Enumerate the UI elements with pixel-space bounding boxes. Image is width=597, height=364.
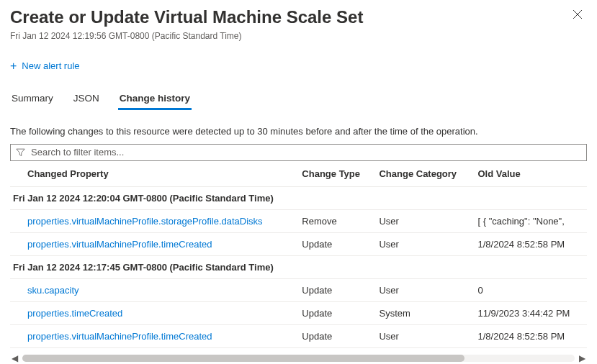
table-row: properties.virtualMachineProfile.timeCre… xyxy=(10,324,587,347)
new-alert-label: New alert rule xyxy=(22,60,79,71)
scroll-thumb[interactable] xyxy=(22,355,464,362)
scroll-track[interactable] xyxy=(22,355,575,362)
table-row: properties.timeCreatedUpdateSystem11/9/2… xyxy=(10,301,587,324)
old-value-cell: 0 xyxy=(472,278,587,301)
close-icon xyxy=(573,9,583,19)
col-old-value[interactable]: Old Value xyxy=(472,161,587,187)
tab-change-history[interactable]: Change history xyxy=(118,88,192,110)
old-value-cell: 1/8/2024 8:52:58 PM xyxy=(472,324,587,347)
property-link[interactable]: properties.virtualMachineProfile.timeCre… xyxy=(27,331,212,342)
col-changed-property[interactable]: Changed Property xyxy=(10,161,296,187)
change-type-cell: Update xyxy=(296,301,373,324)
property-link[interactable]: properties.virtualMachineProfile.timeCre… xyxy=(27,239,212,250)
new-alert-button[interactable]: + New alert rule xyxy=(10,60,80,72)
table-row: properties.virtualMachineProfile.timeCre… xyxy=(10,232,587,255)
change-type-cell: Update xyxy=(296,232,373,255)
change-category-cell: User xyxy=(373,278,472,301)
scroll-right-icon[interactable]: ▶ xyxy=(578,353,587,363)
old-value-cell: 11/9/2023 3:44:42 PM xyxy=(472,301,587,324)
change-type-cell: Update xyxy=(296,324,373,347)
page-title: Create or Update Virtual Machine Scale S… xyxy=(10,7,363,28)
change-category-cell: User xyxy=(373,209,472,232)
tab-json[interactable]: JSON xyxy=(72,88,101,110)
tabs: Summary JSON Change history xyxy=(10,88,587,110)
table-group-row: Fri Jan 12 2024 12:20:04 GMT-0800 (Pacif… xyxy=(10,186,587,209)
changes-table: Changed Property Change Type Change Cate… xyxy=(10,161,587,348)
group-label: Fri Jan 12 2024 12:20:04 GMT-0800 (Pacif… xyxy=(10,186,587,209)
col-change-category[interactable]: Change Category xyxy=(373,161,472,187)
page-subtitle: Fri Jan 12 2024 12:19:56 GMT-0800 (Pacif… xyxy=(10,31,363,41)
change-type-cell: Remove xyxy=(296,209,373,232)
intro-text: The following changes to this resource w… xyxy=(10,126,587,137)
change-category-cell: User xyxy=(373,324,472,347)
plus-icon: + xyxy=(10,60,17,72)
table-group-row: Fri Jan 12 2024 12:17:45 GMT-0800 (Pacif… xyxy=(10,255,587,278)
old-value-cell: [ { "caching": "None", xyxy=(472,209,587,232)
change-category-cell: System xyxy=(373,301,472,324)
table-row: properties.virtualMachineProfile.storage… xyxy=(10,209,587,232)
scroll-left-icon[interactable]: ◀ xyxy=(10,353,19,363)
search-input[interactable] xyxy=(10,144,587,161)
change-category-cell: User xyxy=(373,232,472,255)
old-value-cell: 1/8/2024 8:52:58 PM xyxy=(472,232,587,255)
horizontal-scrollbar[interactable]: ◀ ▶ xyxy=(10,352,587,364)
property-link[interactable]: properties.virtualMachineProfile.storage… xyxy=(27,216,263,227)
property-link[interactable]: sku.capacity xyxy=(27,285,79,296)
tab-summary[interactable]: Summary xyxy=(10,88,55,110)
col-change-type[interactable]: Change Type xyxy=(296,161,373,187)
property-link[interactable]: properties.timeCreated xyxy=(27,308,122,319)
group-label: Fri Jan 12 2024 12:17:45 GMT-0800 (Pacif… xyxy=(10,255,587,278)
change-type-cell: Update xyxy=(296,278,373,301)
close-button[interactable] xyxy=(568,7,587,24)
table-row: sku.capacityUpdateUser0 xyxy=(10,278,587,301)
